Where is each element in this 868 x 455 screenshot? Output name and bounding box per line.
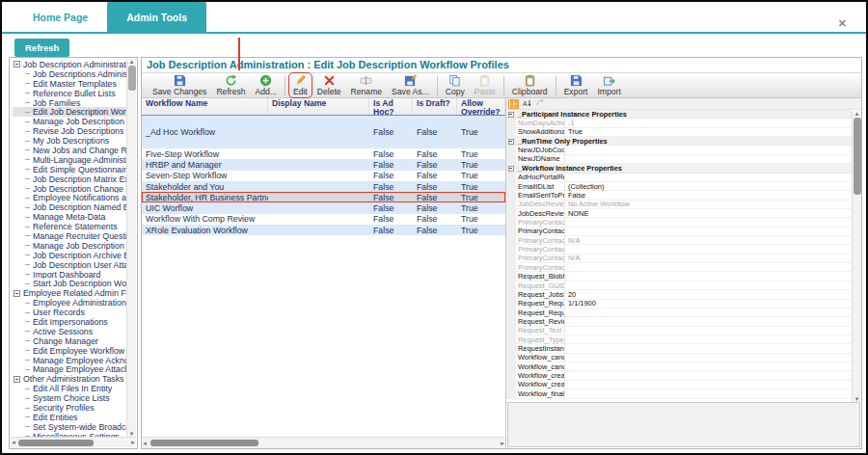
property-row[interactable]: Request_RequestD 1/1/1900 (506, 300, 852, 308)
property-row[interactable]: PrimaryContactNan (506, 263, 852, 272)
tree-item[interactable]: Set System-wide Broadcast messa (13, 422, 126, 432)
tree-item[interactable]: Manage Meta-Data (13, 212, 126, 222)
category-expander-icon[interactable] (508, 166, 514, 172)
property-row[interactable]: Workflow_finalized (506, 389, 852, 398)
tab-home-page[interactable]: Home Page (14, 2, 107, 32)
page-refresh-button[interactable]: Refresh (14, 39, 69, 57)
property-row[interactable]: PrimaryContactEm (506, 218, 852, 227)
property-row[interactable]: JobDescReviewStat No Active Workflow (506, 201, 852, 209)
add-button[interactable]: Add... (250, 73, 281, 97)
property-row[interactable]: ShowAdditionalPart True (506, 128, 852, 137)
tree-item[interactable]: Edit Simple Questionnaires (13, 165, 126, 174)
property-row[interactable]: EmailIDList (Collection) (506, 182, 852, 191)
scroll-right-arrow-icon[interactable]: ► (500, 441, 505, 446)
close-icon[interactable]: ✕ (838, 17, 847, 30)
tree-item[interactable]: Edit Entities (13, 413, 126, 422)
scroll-left-arrow-icon[interactable]: ◄ (142, 441, 148, 446)
tree-item[interactable]: Reference Bullet Lists (13, 89, 126, 98)
property-row[interactable]: Workflow_created_ (506, 371, 852, 380)
tree-item[interactable]: Edit Master Templates (13, 79, 126, 89)
tree-item[interactable]: Employee Related Admin Functions (13, 288, 126, 298)
property-row[interactable]: _Participant Instance Properties (506, 110, 852, 119)
tree-expander-icon[interactable] (14, 376, 20, 383)
column-header-allow-override[interactable]: Allow Override? (457, 98, 505, 115)
property-row[interactable]: Request_GUID (506, 281, 852, 290)
workflow-table-row[interactable]: Stakeholder, HR Business Partner and You… (142, 192, 505, 202)
workflow-table-row[interactable]: Seven-Step Workflow False False True (142, 171, 505, 181)
property-row[interactable]: _RunTime Only Properties (506, 137, 852, 146)
scroll-down-arrow-icon[interactable]: ▼ (854, 396, 860, 402)
property-row[interactable]: Workflow_creation (506, 381, 852, 389)
tree-item[interactable]: Job Description User Attachments (13, 260, 126, 270)
scroll-thumb[interactable] (128, 66, 136, 91)
tree-item[interactable]: Revise Job Descriptions (13, 126, 126, 136)
copy-button[interactable]: Copy (441, 73, 470, 97)
tree-item[interactable]: My Job Descriptions (13, 136, 126, 146)
tree-item[interactable]: Other Administration Tasks (13, 374, 126, 384)
clipboard-button[interactable]: Clipboard (507, 73, 553, 97)
toolbar-refresh-button[interactable]: Refresh (211, 73, 250, 97)
tree-item[interactable]: Import Dashboard (13, 270, 126, 280)
property-row[interactable]: EmailSentToPrimar False (506, 191, 852, 200)
tree-item[interactable]: Multi-Language Administration (13, 155, 126, 165)
tree-item[interactable]: Employee Administration (13, 298, 126, 308)
tree-vertical-scrollbar[interactable]: ▲ ▼ (126, 59, 136, 437)
tree-item[interactable]: Job Description Named Expression (13, 202, 126, 212)
tree-item[interactable]: Job Description Administration (13, 60, 126, 69)
property-row[interactable]: PrimaryContactEm (506, 228, 852, 236)
property-value[interactable]: False (565, 191, 852, 200)
tree-item[interactable]: Manage Employee Attachments (13, 365, 126, 375)
scroll-thumb[interactable] (18, 440, 94, 446)
tree-item[interactable]: Edit Employee Workflow Profiles (13, 346, 126, 356)
tree-item[interactable]: Manage Job Description Attachme (13, 241, 126, 251)
tree-item[interactable]: Start Job Description Workflow for (13, 279, 126, 288)
tree-item[interactable]: Active Sessions (13, 327, 126, 336)
tree-expander-icon[interactable] (14, 61, 20, 67)
property-value[interactable]: No Active Workflow (565, 200, 852, 208)
property-value[interactable]: (Collection) (565, 182, 852, 191)
property-value[interactable]: True (565, 127, 852, 136)
column-header-display-name[interactable]: Display Name (268, 98, 369, 115)
property-row[interactable]: Request_JobsMaxir 20 (506, 290, 852, 299)
property-row[interactable]: _Workflow Instance Properties (506, 164, 852, 173)
paste-button[interactable]: Paste (470, 73, 501, 97)
property-value[interactable]: -1 (565, 119, 852, 127)
scroll-right-arrow-icon[interactable]: ► (130, 440, 136, 445)
column-header-workflow-name[interactable]: Workflow Name (142, 98, 268, 115)
rename-button[interactable]: Rename (346, 73, 387, 97)
property-value[interactable]: NONE (565, 209, 852, 218)
property-row[interactable]: JobDescReviewStat NONE (506, 209, 852, 218)
category-expander-icon[interactable] (508, 112, 514, 118)
tree-item[interactable]: Job Description Matrix Explorer (13, 174, 126, 184)
property-row[interactable]: Request_Type (506, 335, 852, 344)
tree-item[interactable]: Job Description Change Report (13, 184, 126, 194)
property-row[interactable]: NewJDName (506, 155, 852, 164)
scroll-thumb[interactable] (150, 440, 258, 446)
property-pages-icon[interactable] (535, 99, 546, 109)
tree-item[interactable]: Edit Impersonations (13, 317, 126, 327)
property-value[interactable]: N/A (565, 236, 852, 245)
tree-item[interactable]: Job Descriptions Administration (13, 69, 126, 79)
scroll-up-arrow-icon[interactable]: ▲ (854, 111, 860, 117)
tree-expander-icon[interactable] (14, 290, 20, 297)
save-as-button[interactable]: Save As... (387, 73, 434, 97)
property-row[interactable]: Workflow_cancelle (506, 362, 852, 371)
workflow-table-row[interactable]: _Ad Hoc Workflow False False True (142, 116, 505, 148)
workflow-table-row[interactable]: UIC Worflow False False True (142, 202, 505, 213)
column-header-is-draft[interactable]: Is Draft? (413, 98, 457, 115)
tree-item[interactable]: User Records (13, 308, 126, 317)
workflow-table-row[interactable]: XRole Evaluation Workflow False False Tr… (142, 225, 505, 235)
property-value[interactable]: N/A (565, 254, 852, 262)
tree-item[interactable]: Manage Recruiter Questions (13, 231, 126, 241)
property-row[interactable]: PrimaryContactLast N/A (506, 254, 852, 263)
property-row[interactable]: AdHocPortalReques (506, 174, 852, 182)
tree-item[interactable]: Security Profiles (13, 403, 126, 413)
tree-item[interactable]: New Jobs and Change Requests A (13, 146, 126, 155)
category-expander-icon[interactable] (508, 139, 514, 145)
workflow-table-row[interactable]: Stakeholder and You False False True (142, 181, 505, 192)
scroll-up-arrow-icon[interactable]: ▲ (129, 59, 135, 65)
tree-item[interactable]: Change Manager (13, 336, 126, 346)
table-horizontal-scrollbar[interactable]: ◄ ► (142, 437, 505, 448)
workflow-table-row[interactable]: Workflow With Comp Review False False Tr… (142, 214, 505, 225)
property-row[interactable]: Workflow_cancelle (506, 354, 852, 362)
